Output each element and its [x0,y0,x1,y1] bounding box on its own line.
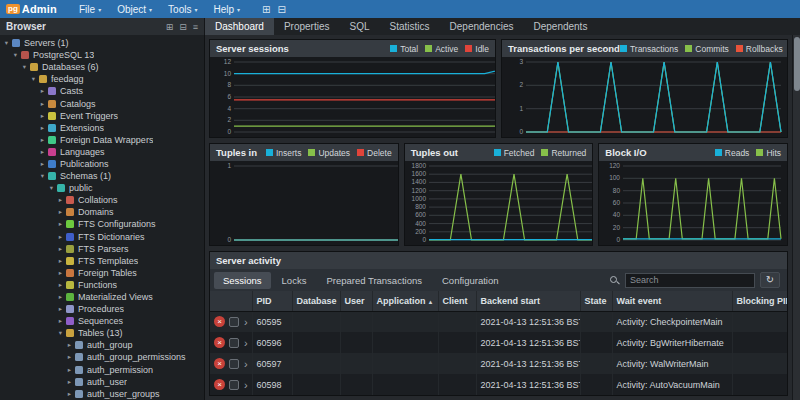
tree-item-postgresql-13[interactable]: ▾PostgreSQL 13 [0,49,204,61]
tree-item-auth-user-groups[interactable]: ▸auth_user_groups [0,388,204,400]
chevron-right-icon[interactable]: ▸ [38,124,47,132]
tab-statistics[interactable]: Statistics [380,18,440,35]
col-header-blocking_pids[interactable]: Blocking PIDs [732,291,787,311]
cancel-query-icon[interactable] [229,317,239,327]
activity-tab-sessions[interactable]: Sessions [214,272,271,289]
chevron-right-icon[interactable]: ▸ [38,136,47,144]
terminate-session-icon[interactable]: × [214,337,225,348]
tree-item-servers-1[interactable]: ▾Servers (1) [0,37,204,49]
add-panel-icon[interactable]: ⊞ [166,22,174,32]
chevron-down-icon[interactable]: ▾ [56,329,65,337]
cancel-query-icon[interactable] [229,338,239,348]
chevron-right-icon[interactable]: ▸ [56,208,65,216]
tree-item-fts-templates[interactable]: ▸FTS Templates [0,255,204,267]
tab-sql[interactable]: SQL [340,18,380,35]
search-input[interactable] [625,273,755,288]
tree-item-fts-configurations[interactable]: ▸FTS Configurations [0,218,204,230]
col-header-state[interactable]: State [580,291,612,311]
col-header-user[interactable]: User [340,291,372,311]
menu-icon[interactable]: ≡ [193,22,198,32]
col-header-backend_start[interactable]: Backend start [476,291,580,311]
col-header-database[interactable]: Database [292,291,340,311]
chevron-right-icon[interactable]: ▸ [56,220,65,228]
chevron-right-icon[interactable]: ▸ [38,112,47,120]
chevron-right-icon[interactable]: ▸ [38,100,47,108]
chevron-right-icon[interactable]: ▸ [56,281,65,289]
scrollbar-thumb[interactable] [794,37,800,91]
vertical-scrollbar[interactable] [792,35,800,400]
tree-item-schemas-1[interactable]: ▾Schemas (1) [0,170,204,182]
tree-item-foreign-tables[interactable]: ▸Foreign Tables [0,267,204,279]
col-header-client[interactable]: Client [438,291,476,311]
tab-dashboard[interactable]: Dashboard [205,18,274,35]
tree-item-languages[interactable]: ▸Languages [0,146,204,158]
chevron-right-icon[interactable]: ▸ [38,87,47,95]
tree-item-functions[interactable]: ▸Functions [0,279,204,291]
chevron-right-icon[interactable]: ▸ [65,341,74,349]
chevron-right-icon[interactable]: ▸ [56,257,65,265]
chevron-right-icon[interactable]: ▸ [56,293,65,301]
chevron-right-icon[interactable]: ▸ [56,196,65,204]
tree-item-fts-parsers[interactable]: ▸FTS Parsers [0,243,204,255]
expand-row-icon[interactable]: › [244,359,248,369]
expand-row-icon[interactable]: › [244,317,248,327]
chevron-right-icon[interactable]: ▸ [56,233,65,241]
chevron-right-icon[interactable]: ▸ [56,305,65,313]
chevron-right-icon[interactable]: ▸ [38,160,47,168]
chevron-right-icon[interactable]: ▸ [56,269,65,277]
tree-item-procedures[interactable]: ▸Procedures [0,303,204,315]
activity-tab-locks[interactable]: Locks [273,272,316,289]
tree-item-event-triggers[interactable]: ▸Event Triggers [0,110,204,122]
col-header-application[interactable]: Application▲ [372,291,438,311]
tree-item-sequences[interactable]: ▸Sequences [0,315,204,327]
menu-file[interactable]: File▾ [71,0,109,18]
cancel-query-icon[interactable] [229,380,239,390]
tree-item-public[interactable]: ▾public [0,182,204,194]
chevron-right-icon[interactable]: ▸ [38,148,47,156]
menu-object[interactable]: Object▾ [109,0,160,18]
chevron-right-icon[interactable]: ▸ [65,390,74,398]
refresh-button[interactable]: ↻ [760,272,780,288]
chevron-down-icon[interactable]: ▾ [2,39,11,47]
chevron-down-icon[interactable]: ▾ [47,184,56,192]
tree-item-auth-group[interactable]: ▸auth_group [0,339,204,351]
tree-item-catalogs[interactable]: ▸Catalogs [0,97,204,109]
chevron-right-icon[interactable]: ▸ [56,245,65,253]
tree-item-feedagg[interactable]: ▾feedagg [0,73,204,85]
terminate-session-icon[interactable]: × [214,379,225,390]
chevron-down-icon[interactable]: ▾ [20,63,29,71]
terminate-session-icon[interactable]: × [214,316,225,327]
tree-item-auth-permission[interactable]: ▸auth_permission [0,364,204,376]
menu-help[interactable]: Help▾ [205,0,248,18]
terminate-session-icon[interactable]: × [214,358,225,369]
tree-item-auth-user[interactable]: ▸auth_user [0,376,204,388]
col-header-wait_event[interactable]: Wait event [612,291,732,311]
tree-item-auth-group-permissions[interactable]: ▸auth_group_permissions [0,351,204,363]
tree-item-casts[interactable]: ▸Casts [0,85,204,97]
grid-icon[interactable]: ⊞ [262,4,270,15]
menu-tools[interactable]: Tools▾ [160,0,205,18]
expand-row-icon[interactable]: › [244,338,248,348]
chevron-right-icon[interactable]: ▸ [65,353,74,361]
chevron-down-icon[interactable]: ▾ [11,51,20,59]
cancel-query-icon[interactable] [229,359,239,369]
expand-row-icon[interactable]: › [244,380,248,390]
tree-item-domains[interactable]: ▸Domains [0,206,204,218]
tree-item-materialized-views[interactable]: ▸Materialized Views [0,291,204,303]
pgadmin-logo[interactable]: pgAdmin [6,3,57,15]
tab-properties[interactable]: Properties [274,18,340,35]
tab-dependents[interactable]: Dependents [523,18,597,35]
tree-item-collations[interactable]: ▸Collations [0,194,204,206]
tree-item-databases-6[interactable]: ▾Databases (6) [0,61,204,73]
tree-item-foreign-data-wrappers[interactable]: ▸Foreign Data Wrappers [0,134,204,146]
tree-item-publications[interactable]: ▸Publications [0,158,204,170]
chevron-down-icon[interactable]: ▾ [38,172,47,180]
activity-tab-configuration[interactable]: Configuration [433,272,508,289]
col-header-pid[interactable]: PID [252,291,292,311]
tree-item-fts-dictionaries[interactable]: ▸FTS Dictionaries [0,231,204,243]
collapse-panel-icon[interactable]: ⊟ [179,22,187,32]
activity-tab-prepared-transactions[interactable]: Prepared Transactions [317,272,431,289]
chevron-right-icon[interactable]: ▸ [65,366,74,374]
tree-item-tables-13[interactable]: ▾Tables (13) [0,327,204,339]
tree-item-extensions[interactable]: ▸Extensions [0,122,204,134]
